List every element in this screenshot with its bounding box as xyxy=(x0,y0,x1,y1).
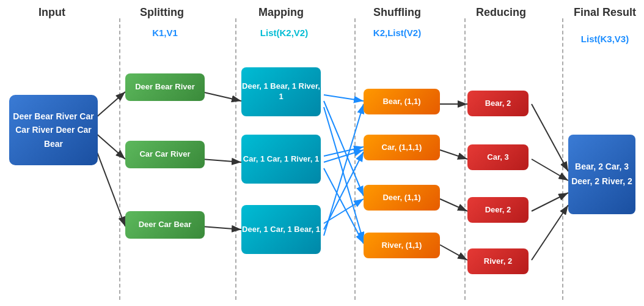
mapreduce-diagram: Input Splitting Mapping Shuffling Reduci… xyxy=(0,0,644,306)
shuffle-box-4: River, (1,1) xyxy=(364,233,440,258)
sub-header-shuffling: K2,List(V2) xyxy=(354,28,440,38)
header-shuffling: Shuffling xyxy=(354,6,440,19)
reduce-box-4: River, 2 xyxy=(467,248,529,274)
header-reducing: Reducing xyxy=(464,6,538,19)
svg-line-16 xyxy=(324,104,364,236)
shuffle-box-2: Car, (1,1,1) xyxy=(364,135,440,160)
header-mapping: Mapping xyxy=(241,6,321,19)
dashed-line-3 xyxy=(354,18,356,300)
input-box: Deer Bear River Car Car River Deer Car B… xyxy=(9,95,98,165)
split-box-1: Deer Bear River xyxy=(125,73,205,101)
svg-line-10 xyxy=(324,107,364,242)
svg-line-19 xyxy=(440,199,467,211)
dashed-line-5 xyxy=(562,18,563,300)
shuffle-box-1: Bear, (1,1) xyxy=(364,89,440,114)
svg-line-11 xyxy=(324,147,364,156)
svg-line-13 xyxy=(324,168,364,244)
shuffle-box-3: Deer, (1,1) xyxy=(364,185,440,211)
svg-line-8 xyxy=(324,95,364,101)
svg-line-12 xyxy=(324,150,364,162)
header-splitting: Splitting xyxy=(122,6,202,19)
dashed-line-4 xyxy=(464,18,466,300)
header-input: Input xyxy=(12,6,92,19)
svg-line-20 xyxy=(440,245,467,260)
dashed-line-2 xyxy=(235,18,236,300)
split-box-3: Deer Car Bear xyxy=(125,211,205,239)
svg-line-14 xyxy=(324,199,364,223)
map-box-3: Deer, 1 Car, 1 Bear, 1 xyxy=(241,205,321,254)
map-box-1: Deer, 1 Bear, 1 River, 1 xyxy=(241,67,321,116)
sub-header-mapping: List(K2,V2) xyxy=(241,28,327,38)
reduce-box-2: Car, 3 xyxy=(467,144,529,170)
svg-line-9 xyxy=(324,101,364,196)
split-box-2: Car Car River xyxy=(125,141,205,168)
map-box-2: Car, 1 Car, 1 River, 1 xyxy=(241,135,321,184)
final-result-box: Bear, 2 Car, 3 Deer, 2 River, 2 xyxy=(568,135,635,214)
header-final-result: Final Result xyxy=(568,6,642,19)
svg-line-18 xyxy=(440,150,467,159)
reduce-box-3: Deer, 2 xyxy=(467,197,529,223)
dashed-line-1 xyxy=(119,18,120,300)
sub-header-splitting: K1,V1 xyxy=(128,28,202,38)
svg-line-15 xyxy=(324,152,364,230)
sub-header-final: List(K3,V3) xyxy=(568,34,642,44)
reduce-box-1: Bear, 2 xyxy=(467,91,529,116)
